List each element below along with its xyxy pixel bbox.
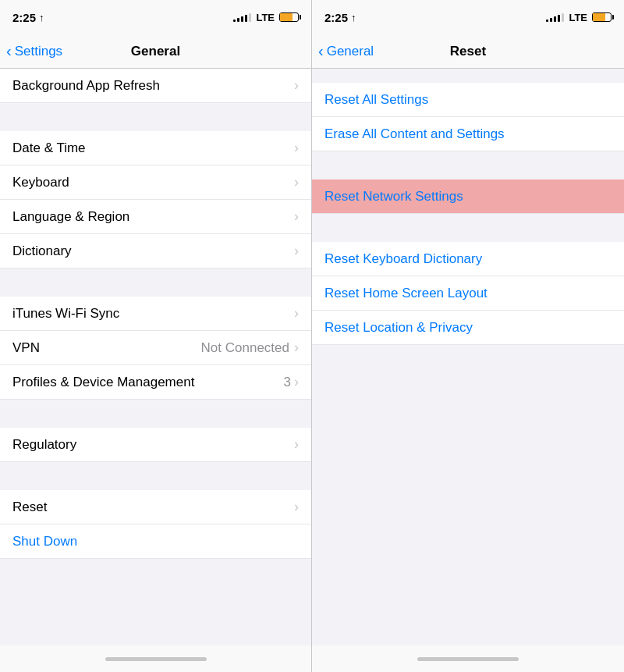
back-label-right: General bbox=[327, 44, 374, 59]
list-item[interactable]: Date & Time › bbox=[0, 131, 311, 165]
list-item[interactable]: Background App Refresh › bbox=[0, 69, 311, 103]
section-spacer bbox=[312, 214, 624, 242]
settings-list: Background App Refresh › Date & Time › K… bbox=[0, 69, 311, 645]
list-item[interactable]: Reset › bbox=[0, 490, 311, 524]
list-item[interactable]: Profiles & Device Management 3 › bbox=[0, 365, 311, 400]
erase-all-content-item[interactable]: Erase All Content and Settings bbox=[312, 117, 624, 151]
nav-title-left: General bbox=[131, 44, 180, 59]
status-bar-right: 2:25 ↑ LTE bbox=[312, 0, 624, 34]
reset-keyboard-dictionary-item[interactable]: Reset Keyboard Dictionary bbox=[312, 242, 624, 276]
chevron-icon: › bbox=[294, 436, 299, 453]
section-divider bbox=[0, 268, 311, 297]
list-item[interactable]: Language & Region › bbox=[0, 200, 311, 234]
reset-network-settings-item[interactable]: Reset Network Settings bbox=[312, 180, 624, 214]
home-indicator-right bbox=[312, 645, 624, 672]
lte-label-left: LTE bbox=[256, 12, 275, 23]
location-icon: ↑ bbox=[39, 12, 44, 23]
time-right: 2:25 ↑ bbox=[324, 11, 356, 24]
chevron-icon: › bbox=[294, 208, 299, 225]
chevron-icon: › bbox=[294, 340, 299, 356]
signal-bars-right bbox=[546, 12, 564, 22]
chevron-icon: › bbox=[294, 77, 299, 94]
section-spacer bbox=[312, 151, 624, 180]
list-item[interactable]: VPN Not Connected › bbox=[0, 331, 311, 365]
status-bar-left: 2:25 ↑ LTE bbox=[0, 0, 311, 34]
back-chevron-right: ‹ bbox=[318, 43, 324, 59]
chevron-icon: › bbox=[294, 140, 299, 156]
back-label-left: Settings bbox=[15, 44, 62, 59]
chevron-icon: › bbox=[294, 243, 299, 259]
list-item[interactable]: iTunes Wi-Fi Sync › bbox=[0, 297, 311, 331]
chevron-icon: › bbox=[294, 499, 299, 515]
nav-header-left: ‹ Settings General bbox=[0, 34, 311, 69]
chevron-icon: › bbox=[294, 374, 299, 390]
left-panel: 2:25 ↑ LTE ‹ Settings General bbox=[0, 0, 312, 672]
home-indicator-left bbox=[0, 645, 311, 672]
section-divider bbox=[0, 462, 311, 490]
nav-header-right: ‹ General Reset bbox=[312, 34, 624, 69]
reset-home-screen-layout-item[interactable]: Reset Home Screen Layout bbox=[312, 276, 624, 311]
status-right-left: LTE bbox=[233, 12, 299, 23]
back-button-left[interactable]: ‹ Settings bbox=[6, 44, 62, 59]
reset-list: Reset All Settings Erase All Content and… bbox=[312, 69, 624, 645]
right-panel: 2:25 ↑ LTE ‹ General Reset bbox=[312, 0, 624, 672]
lte-label-right: LTE bbox=[569, 12, 587, 23]
section-divider bbox=[0, 103, 311, 131]
battery-left bbox=[279, 12, 299, 22]
status-right-right: LTE bbox=[546, 12, 612, 23]
reset-all-settings-item[interactable]: Reset All Settings bbox=[312, 83, 624, 117]
section-divider bbox=[0, 400, 311, 428]
chevron-icon: › bbox=[294, 174, 299, 190]
battery-right bbox=[592, 12, 612, 22]
reset-location-privacy-item[interactable]: Reset Location & Privacy bbox=[312, 311, 624, 345]
chevron-icon: › bbox=[294, 305, 299, 322]
section-spacer bbox=[312, 69, 624, 83]
back-chevron-left: ‹ bbox=[6, 43, 12, 59]
back-button-right[interactable]: ‹ General bbox=[318, 44, 374, 59]
location-icon-right: ↑ bbox=[351, 12, 356, 23]
nav-title-right: Reset bbox=[450, 44, 486, 59]
list-item[interactable]: Keyboard › bbox=[0, 165, 311, 200]
list-item-shutdown[interactable]: Shut Down bbox=[0, 524, 311, 559]
signal-bars-left bbox=[233, 12, 251, 22]
list-item[interactable]: Dictionary › bbox=[0, 234, 311, 268]
list-item[interactable]: Regulatory › bbox=[0, 428, 311, 462]
time-left: 2:25 ↑ bbox=[12, 11, 44, 24]
